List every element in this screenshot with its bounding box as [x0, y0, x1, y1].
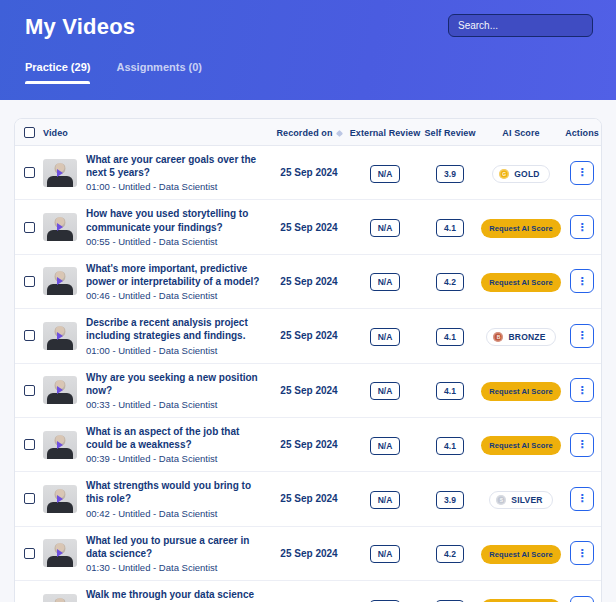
recorded-on-date: 25 Sep 2024	[269, 548, 349, 559]
video-title[interactable]: How have you used storytelling to commun…	[86, 207, 264, 233]
tab-practice[interactable]: Practice (29)	[25, 61, 90, 84]
self-review-score[interactable]: 4.1	[436, 437, 464, 455]
ai-score-medal-badge[interactable]: SSILVER	[489, 491, 552, 509]
video-title[interactable]: What's more important, predictive power …	[86, 262, 264, 288]
medal-icon: G	[499, 169, 509, 179]
row-actions-button[interactable]: ⋮	[570, 433, 594, 457]
video-title[interactable]: What are your career goals over the next…	[86, 153, 264, 179]
video-title[interactable]: What is an aspect of the job that could …	[86, 425, 264, 451]
video-thumbnail[interactable]	[43, 485, 77, 513]
video-title[interactable]: Walk me through your data science educat…	[86, 588, 264, 602]
self-review-score[interactable]: 4.2	[436, 545, 464, 563]
recorded-on-date: 25 Sep 2024	[269, 276, 349, 287]
video-thumbnail[interactable]	[43, 213, 77, 241]
recorded-on-date: 25 Sep 2024	[269, 385, 349, 396]
request-ai-score-button[interactable]: Request AI Score	[481, 436, 560, 455]
recorded-on-date: 25 Sep 2024	[269, 222, 349, 233]
play-icon	[57, 386, 63, 394]
video-meta: 00:39 - Untitled - Data Scientist	[86, 453, 264, 464]
play-icon	[57, 549, 63, 557]
row-actions-button[interactable]: ⋮	[570, 596, 594, 602]
table-row: How have you used storytelling to commun…	[15, 199, 601, 253]
video-title[interactable]: What led you to pursue a career in data …	[86, 534, 264, 560]
row-checkbox[interactable]	[24, 276, 35, 287]
play-icon	[57, 277, 63, 285]
row-actions-button[interactable]: ⋮	[570, 269, 594, 293]
row-checkbox[interactable]	[24, 222, 35, 233]
row-checkbox[interactable]	[24, 385, 35, 396]
external-review-value[interactable]: N/A	[370, 382, 401, 400]
table-row: What led you to pursue a career in data …	[15, 526, 601, 580]
external-review-value[interactable]: N/A	[370, 165, 401, 183]
person-figure-body	[47, 284, 73, 295]
row-actions-button[interactable]: ⋮	[570, 378, 594, 402]
request-ai-score-button[interactable]: Request AI Score	[481, 219, 560, 238]
row-checkbox[interactable]	[24, 439, 35, 450]
ai-score-cell: Request AI Score	[479, 434, 563, 455]
external-review-value[interactable]: N/A	[370, 328, 401, 346]
ai-score-cell: Request AI Score	[479, 380, 563, 401]
video-title[interactable]: Why are you seeking a new position now?	[86, 371, 264, 397]
ai-score-cell: GGOLD	[479, 162, 563, 183]
self-review-score[interactable]: 4.1	[436, 382, 464, 400]
ai-score-medal-badge[interactable]: BBRONZE	[486, 328, 555, 346]
video-title[interactable]: Describe a recent analysis project inclu…	[86, 316, 264, 342]
external-review-value[interactable]: N/A	[370, 437, 401, 455]
row-actions-button[interactable]: ⋮	[570, 541, 594, 565]
select-all-checkbox[interactable]	[24, 127, 35, 138]
video-meta: 01:00 - Untitled - Data Scientist	[86, 345, 264, 356]
row-actions-button[interactable]: ⋮	[570, 161, 594, 185]
ai-score-cell: BBRONZE	[479, 325, 563, 346]
person-figure-body	[47, 448, 73, 459]
recorded-on-date: 25 Sep 2024	[269, 330, 349, 341]
video-thumbnail[interactable]	[43, 322, 77, 350]
play-icon	[57, 223, 63, 231]
video-thumbnail[interactable]	[43, 594, 77, 602]
column-header-actions: Actions	[563, 128, 601, 138]
table-row: Why are you seeking a new position now? …	[15, 363, 601, 417]
video-title[interactable]: What strengths would you bring to this r…	[86, 479, 264, 505]
table-body: What are your career goals over the next…	[15, 146, 601, 602]
video-thumbnail[interactable]	[43, 376, 77, 404]
video-thumbnail[interactable]	[43, 539, 77, 567]
ai-score-cell: Request AI Score	[479, 217, 563, 238]
person-figure-body	[47, 339, 73, 350]
row-actions-button[interactable]: ⋮	[570, 215, 594, 239]
external-review-value[interactable]: N/A	[370, 545, 401, 563]
medal-label: SILVER	[511, 495, 542, 505]
column-header-self-review: Self Review	[421, 128, 479, 138]
ai-score-cell: Request AI Score	[479, 597, 563, 602]
self-review-score[interactable]: 4.2	[436, 273, 464, 291]
row-checkbox[interactable]	[24, 493, 35, 504]
table-row: What are your career goals over the next…	[15, 146, 601, 199]
play-icon	[57, 441, 63, 449]
request-ai-score-button[interactable]: Request AI Score	[481, 273, 560, 292]
external-review-value[interactable]: N/A	[370, 273, 401, 291]
row-checkbox[interactable]	[24, 548, 35, 559]
column-header-external-review: External Review	[349, 128, 421, 138]
request-ai-score-button[interactable]: Request AI Score	[481, 545, 560, 564]
column-header-recorded-on[interactable]: Recorded on	[269, 128, 349, 138]
search-input[interactable]	[448, 14, 593, 37]
self-review-score[interactable]: 4.1	[436, 328, 464, 346]
column-header-ai-score: AI Score	[479, 128, 563, 138]
row-checkbox[interactable]	[24, 330, 35, 341]
external-review-value[interactable]: N/A	[370, 491, 401, 509]
row-checkbox[interactable]	[24, 167, 35, 178]
table-row: Describe a recent analysis project inclu…	[15, 308, 601, 362]
self-review-score[interactable]: 3.9	[436, 165, 464, 183]
table-row: What's more important, predictive power …	[15, 254, 601, 308]
external-review-value[interactable]: N/A	[370, 219, 401, 237]
video-meta: 00:42 - Untitled - Data Scientist	[86, 508, 264, 519]
self-review-score[interactable]: 3.9	[436, 491, 464, 509]
request-ai-score-button[interactable]: Request AI Score	[481, 382, 560, 401]
row-actions-button[interactable]: ⋮	[570, 324, 594, 348]
sort-icon[interactable]	[336, 130, 343, 137]
tab-assignments[interactable]: Assignments (0)	[116, 61, 202, 84]
video-thumbnail[interactable]	[43, 431, 77, 459]
video-thumbnail[interactable]	[43, 159, 77, 187]
video-thumbnail[interactable]	[43, 267, 77, 295]
row-actions-button[interactable]: ⋮	[570, 487, 594, 511]
ai-score-medal-badge[interactable]: GGOLD	[492, 165, 549, 183]
self-review-score[interactable]: 4.1	[436, 219, 464, 237]
